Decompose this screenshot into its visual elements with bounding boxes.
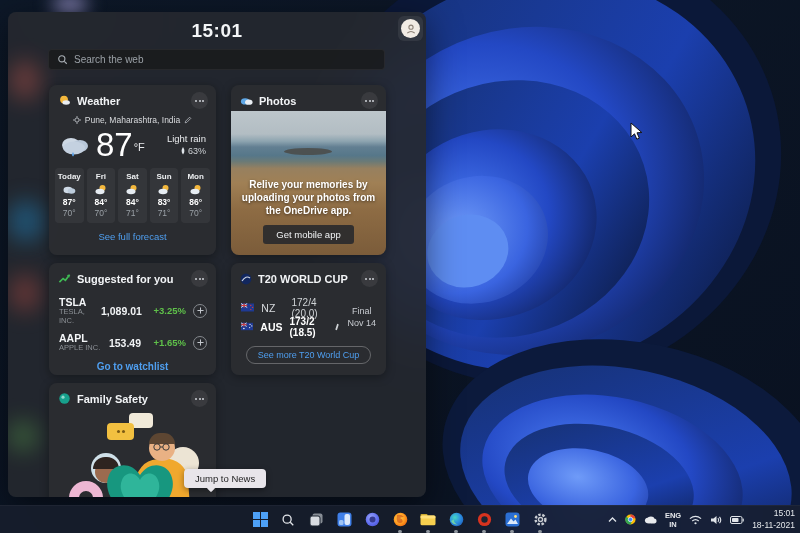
mouse-cursor: [630, 122, 643, 141]
stock-price: 153.49: [109, 337, 141, 349]
stock-row-aapl[interactable]: AAPL APPLE INC. 153.49 +1.65%: [49, 328, 216, 356]
partly-sunny-icon: [189, 184, 203, 195]
t20-world-cup-icon: [240, 273, 252, 285]
widget-menu-button[interactable]: [191, 92, 208, 109]
weather-condition: Light rain: [167, 133, 206, 144]
stocks-chart-icon: [58, 272, 71, 285]
weather-location: Pune, Maharashtra, India: [85, 115, 180, 125]
stock-row-tsla[interactable]: TSLA TESLA, INC. 1,089.01 +3.25%: [49, 292, 216, 328]
forecast-day[interactable]: Sat 84° 71°: [118, 168, 147, 223]
widget-menu-button[interactable]: [191, 270, 208, 287]
photos-message: Relive your memories by uploading your p…: [240, 178, 377, 217]
heart-shape: [101, 455, 179, 497]
match-status: Final Nov 14: [347, 305, 378, 329]
forecast-day[interactable]: Sun 83° 71°: [150, 168, 179, 223]
blurred-desktop-icon: [8, 200, 44, 242]
widgets-panel-clock: 15:01: [8, 20, 426, 42]
jump-to-news-tooltip: Jump to News: [184, 469, 266, 488]
taskbar-search-icon[interactable]: [278, 510, 298, 530]
see-full-forecast-link[interactable]: See full forecast: [49, 231, 216, 242]
tray-date: 18-11-2021: [752, 520, 795, 531]
forecast-day[interactable]: Mon 86° 70°: [181, 168, 210, 223]
chat-cortana-icon[interactable]: [362, 510, 382, 530]
web-search-bar[interactable]: [48, 49, 385, 70]
speech-bubble: [107, 423, 134, 440]
stocks-widget[interactable]: Suggested for you TSLA TESLA, INC. 1,089…: [49, 263, 216, 375]
partly-sunny-icon: [94, 184, 108, 195]
photos-widget[interactable]: Photos Relive your memories by uploading…: [231, 85, 386, 255]
wifi-icon[interactable]: [689, 515, 702, 525]
aus-flag-icon: [241, 322, 253, 331]
team-name: AUS: [260, 321, 282, 333]
stock-company: APPLE INC.: [59, 344, 100, 353]
plus-icon: [197, 307, 204, 314]
add-to-watchlist-button[interactable]: [193, 336, 207, 350]
widget-menu-button[interactable]: [191, 390, 208, 407]
temperature-unit: °F: [134, 141, 145, 153]
get-mobile-app-button[interactable]: Get mobile app: [263, 225, 353, 244]
island-in-photo: [284, 148, 332, 155]
office-icon[interactable]: [474, 510, 494, 530]
widget-title: T20 WORLD CUP: [258, 273, 348, 285]
see-more-t20-button[interactable]: See more T20 World Cup: [246, 346, 372, 364]
volume-icon[interactable]: [710, 515, 722, 525]
desktop-screen: 15:01 Weather: [0, 0, 800, 533]
clock-date[interactable]: 15:01 18-11-2021: [752, 508, 795, 530]
widgets-icon[interactable]: [334, 510, 354, 530]
cricket-widget[interactable]: T20 WORLD CUP NZ 172/4 (20.0): [231, 263, 386, 375]
team-name: NZ: [261, 302, 284, 314]
rain-cloud-icon: [58, 132, 92, 158]
match-team-row: NZ 172/4 (20.0): [241, 298, 339, 317]
start-button[interactable]: [250, 510, 270, 530]
widgets-panel: 15:01 Weather: [8, 12, 426, 497]
photos-app-icon[interactable]: [502, 510, 522, 530]
photos-app-icon: [240, 96, 253, 106]
forecast-row: Today 87° 70° Fri 84° 70° Sat: [49, 161, 216, 223]
add-to-watchlist-button[interactable]: [193, 304, 207, 318]
weather-app-icon: [58, 94, 71, 107]
edit-location-icon[interactable]: [184, 116, 192, 124]
file-explorer-icon[interactable]: [418, 510, 438, 530]
avatar: [401, 19, 420, 38]
task-view-icon[interactable]: [306, 510, 326, 530]
forecast-day[interactable]: Today 87° 70°: [55, 168, 84, 223]
widget-title: Family Safety: [77, 393, 148, 405]
firefox-icon[interactable]: [390, 510, 410, 530]
onedrive-tray-icon[interactable]: [644, 515, 657, 524]
weather-widget[interactable]: Weather Pune, Maharashtra, India: [49, 85, 216, 255]
stock-price: 1,089.01: [101, 305, 142, 317]
blurred-desktop-icon: [10, 274, 40, 312]
tray-overflow-chevron-icon[interactable]: [608, 517, 617, 523]
taskbar: ENG IN 15:01 18-11-2021: [0, 505, 800, 533]
account-button[interactable]: [398, 16, 423, 41]
plus-icon: [197, 339, 204, 346]
language-indicator[interactable]: ENG IN: [665, 511, 681, 529]
widget-menu-button[interactable]: [361, 92, 378, 109]
glasses-icon: [152, 443, 172, 451]
cloud-icon: [62, 184, 76, 195]
widget-title: Photos: [259, 95, 296, 107]
pink-ring-shape: [69, 481, 103, 497]
partly-sunny-icon: [125, 184, 139, 195]
team-score: 173/2 (18.5): [289, 316, 339, 338]
partly-sunny-icon: [157, 184, 171, 195]
location-icon: [73, 116, 81, 124]
system-tray: ENG IN 15:01 18-11-2021: [608, 506, 795, 533]
precipitation-chance: 63%: [188, 146, 206, 156]
stock-change: +1.65%: [148, 337, 186, 348]
widget-menu-button[interactable]: [361, 270, 378, 287]
search-icon: [57, 54, 68, 65]
search-input[interactable]: [74, 54, 376, 65]
family-safety-icon: [58, 392, 71, 405]
blurred-desktop-icon: [8, 420, 38, 452]
forecast-day[interactable]: Fri 84° 70°: [87, 168, 116, 223]
edge-icon[interactable]: [446, 510, 466, 530]
chrome-tray-icon[interactable]: [625, 514, 636, 525]
go-to-watchlist-link[interactable]: Go to watchlist: [49, 361, 216, 372]
battery-icon[interactable]: [730, 516, 744, 524]
match-team-row: AUS 173/2 (18.5): [241, 317, 339, 336]
tray-time: 15:01: [752, 508, 795, 519]
settings-icon[interactable]: [530, 510, 550, 530]
current-temperature: 87: [96, 128, 133, 161]
widget-title: Weather: [77, 95, 120, 107]
